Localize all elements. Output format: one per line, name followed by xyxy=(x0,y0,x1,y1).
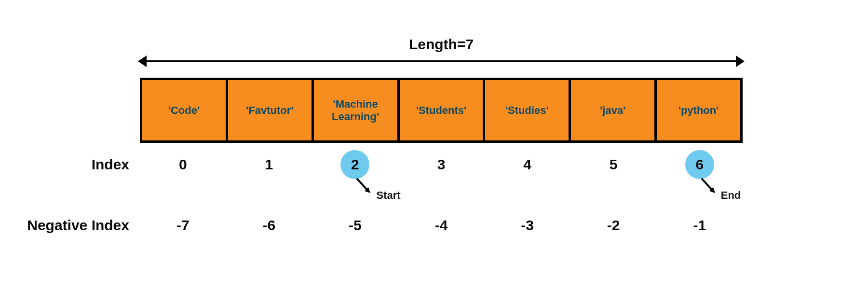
marker-arrow-icon xyxy=(700,178,719,197)
negative-index-value: -1 xyxy=(656,212,743,238)
negative-index-value: -2 xyxy=(570,212,657,238)
index-value: 4 xyxy=(484,152,570,178)
array-cell: 'Machine Learning' xyxy=(314,80,400,140)
array-diagram: Length=7 'Code''Favtutor''Machine Learni… xyxy=(140,36,743,238)
index-value: 3 xyxy=(398,152,485,178)
negative-index-row-label: Negative Index xyxy=(27,212,129,238)
index-value: 1 xyxy=(226,152,312,178)
index-row: Index 01Start2345End6 xyxy=(140,152,743,178)
negative-index-value: -7 xyxy=(140,212,226,238)
index-value: Start2 xyxy=(312,152,398,178)
length-arrow xyxy=(140,55,743,67)
index-row-label: Index xyxy=(92,152,129,178)
index-value: 5 xyxy=(570,152,657,178)
svg-line-0 xyxy=(357,179,367,190)
negative-index-value: -6 xyxy=(226,212,312,238)
marker-arrow-icon xyxy=(355,178,374,197)
length-label: Length=7 xyxy=(140,36,743,53)
array-cell: 'Studies' xyxy=(485,80,571,140)
array-cell: 'Code' xyxy=(142,80,228,140)
array-cell: 'java' xyxy=(571,80,657,140)
negative-index-value: -4 xyxy=(398,212,485,238)
negative-index-row: Negative Index -7-6-5-4-3-2-1 xyxy=(140,212,743,238)
array-cell: 'Students' xyxy=(400,80,486,140)
array-cells: 'Code''Favtutor''Machine Learning''Stude… xyxy=(140,78,743,143)
svg-line-2 xyxy=(702,179,712,190)
array-cell: 'python' xyxy=(657,80,740,140)
negative-index-value: -5 xyxy=(312,212,398,238)
negative-index-value: -3 xyxy=(484,212,570,238)
index-value: 0 xyxy=(140,152,226,178)
start-marker-label: Start xyxy=(376,189,400,202)
index-value: End6 xyxy=(656,152,743,178)
array-cell: 'Favtutor' xyxy=(228,80,314,140)
end-marker-label: End xyxy=(721,189,741,202)
